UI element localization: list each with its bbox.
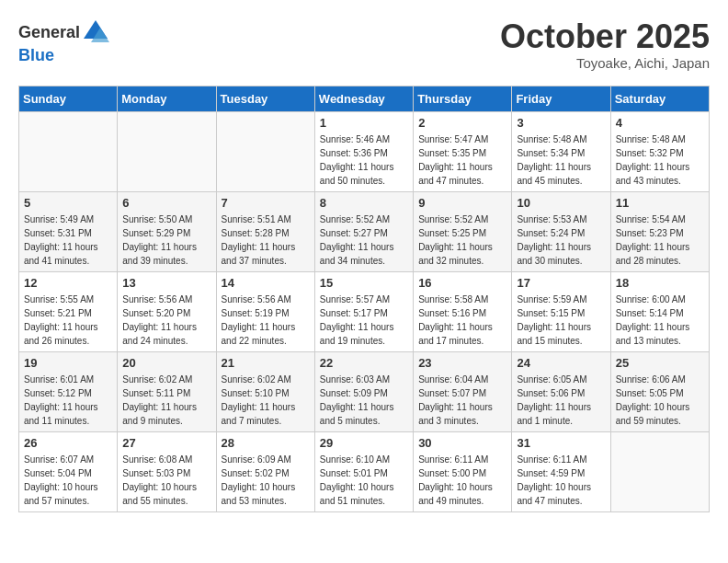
day-number: 9 [418, 196, 506, 210]
calendar-week-row: 5Sunrise: 5:49 AM Sunset: 5:31 PM Daylig… [19, 191, 710, 271]
calendar-cell: 18Sunrise: 6:00 AM Sunset: 5:14 PM Dayli… [610, 271, 709, 351]
day-info: Sunrise: 5:47 AM Sunset: 5:35 PM Dayligh… [418, 132, 506, 188]
logo-icon [82, 18, 109, 46]
day-number: 7 [222, 196, 310, 210]
day-info: Sunrise: 5:52 AM Sunset: 5:27 PM Dayligh… [320, 213, 408, 268]
calendar-cell: 19Sunrise: 6:01 AM Sunset: 5:12 PM Dayli… [19, 351, 118, 431]
calendar-cell: 20Sunrise: 6:02 AM Sunset: 5:11 PM Dayli… [118, 351, 216, 431]
day-info: Sunrise: 6:08 AM Sunset: 5:03 PM Dayligh… [122, 453, 210, 508]
day-info: Sunrise: 6:03 AM Sunset: 5:09 PM Dayligh… [320, 373, 408, 428]
calendar-cell: 22Sunrise: 6:03 AM Sunset: 5:09 PM Dayli… [314, 351, 413, 431]
calendar-cell: 17Sunrise: 5:59 AM Sunset: 5:15 PM Dayli… [512, 271, 610, 351]
calendar-cell: 14Sunrise: 5:56 AM Sunset: 5:19 PM Dayli… [216, 271, 314, 351]
calendar-cell: 5Sunrise: 5:49 AM Sunset: 5:31 PM Daylig… [19, 191, 118, 271]
day-info: Sunrise: 5:54 AM Sunset: 5:23 PM Dayligh… [616, 213, 704, 268]
calendar-cell: 3Sunrise: 5:48 AM Sunset: 5:34 PM Daylig… [512, 111, 610, 191]
calendar-cell [19, 111, 118, 191]
calendar-cell: 6Sunrise: 5:50 AM Sunset: 5:29 PM Daylig… [118, 191, 216, 271]
day-info: Sunrise: 6:05 AM Sunset: 5:06 PM Dayligh… [517, 373, 605, 428]
weekday-header-row: SundayMondayTuesdayWednesdayThursdayFrid… [19, 86, 710, 111]
calendar-cell [118, 111, 216, 191]
weekday-header-monday: Monday [118, 86, 216, 111]
day-info: Sunrise: 5:56 AM Sunset: 5:20 PM Dayligh… [122, 293, 210, 348]
day-info: Sunrise: 6:00 AM Sunset: 5:14 PM Dayligh… [616, 293, 704, 348]
calendar-cell: 9Sunrise: 5:52 AM Sunset: 5:25 PM Daylig… [414, 191, 512, 271]
calendar-cell: 8Sunrise: 5:52 AM Sunset: 5:27 PM Daylig… [314, 191, 413, 271]
title-section: October 2025 Toyoake, Aichi, Japan [500, 18, 710, 71]
day-number: 13 [122, 276, 210, 290]
day-number: 29 [320, 436, 408, 450]
calendar-cell: 15Sunrise: 5:57 AM Sunset: 5:17 PM Dayli… [314, 271, 413, 351]
day-info: Sunrise: 5:55 AM Sunset: 5:21 PM Dayligh… [24, 293, 112, 348]
day-number: 30 [418, 436, 506, 450]
day-number: 4 [616, 116, 704, 130]
day-number: 19 [24, 356, 112, 370]
day-number: 10 [517, 196, 605, 210]
calendar-cell [610, 431, 709, 511]
day-number: 5 [24, 196, 112, 210]
day-number: 1 [320, 116, 408, 130]
day-info: Sunrise: 5:53 AM Sunset: 5:24 PM Dayligh… [517, 213, 605, 268]
day-number: 20 [122, 356, 210, 370]
weekday-header-wednesday: Wednesday [314, 86, 413, 111]
calendar-cell: 27Sunrise: 6:08 AM Sunset: 5:03 PM Dayli… [118, 431, 216, 511]
day-info: Sunrise: 6:09 AM Sunset: 5:02 PM Dayligh… [222, 453, 310, 508]
day-number: 27 [122, 436, 210, 450]
calendar-table: SundayMondayTuesdayWednesdayThursdayFrid… [18, 86, 710, 512]
day-info: Sunrise: 6:07 AM Sunset: 5:04 PM Dayligh… [24, 453, 112, 508]
calendar-cell: 31Sunrise: 6:11 AM Sunset: 4:59 PM Dayli… [512, 431, 610, 511]
location-subtitle: Toyoake, Aichi, Japan [500, 55, 710, 71]
day-number: 3 [517, 116, 605, 130]
day-info: Sunrise: 6:11 AM Sunset: 4:59 PM Dayligh… [517, 453, 605, 508]
day-info: Sunrise: 6:01 AM Sunset: 5:12 PM Dayligh… [24, 373, 112, 428]
day-info: Sunrise: 5:49 AM Sunset: 5:31 PM Dayligh… [24, 213, 112, 268]
day-number: 17 [517, 276, 605, 290]
calendar-week-row: 19Sunrise: 6:01 AM Sunset: 5:12 PM Dayli… [19, 351, 710, 431]
day-number: 6 [122, 196, 210, 210]
day-number: 25 [616, 356, 704, 370]
month-title: October 2025 [500, 18, 710, 55]
day-info: Sunrise: 5:51 AM Sunset: 5:28 PM Dayligh… [222, 213, 310, 268]
day-info: Sunrise: 5:57 AM Sunset: 5:17 PM Dayligh… [320, 293, 408, 348]
day-number: 11 [616, 196, 704, 210]
calendar-cell: 24Sunrise: 6:05 AM Sunset: 5:06 PM Dayli… [512, 351, 610, 431]
calendar-cell [216, 111, 314, 191]
calendar-cell: 7Sunrise: 5:51 AM Sunset: 5:28 PM Daylig… [216, 191, 314, 271]
calendar-cell: 10Sunrise: 5:53 AM Sunset: 5:24 PM Dayli… [512, 191, 610, 271]
day-info: Sunrise: 5:56 AM Sunset: 5:19 PM Dayligh… [222, 293, 310, 348]
day-number: 31 [517, 436, 605, 450]
day-number: 8 [320, 196, 408, 210]
calendar-cell: 1Sunrise: 5:46 AM Sunset: 5:36 PM Daylig… [314, 111, 413, 191]
day-number: 15 [320, 276, 408, 290]
day-info: Sunrise: 6:02 AM Sunset: 5:11 PM Dayligh… [122, 373, 210, 428]
calendar-week-row: 26Sunrise: 6:07 AM Sunset: 5:04 PM Dayli… [19, 431, 710, 511]
calendar-cell: 13Sunrise: 5:56 AM Sunset: 5:20 PM Dayli… [118, 271, 216, 351]
calendar-cell: 26Sunrise: 6:07 AM Sunset: 5:04 PM Dayli… [19, 431, 118, 511]
day-info: Sunrise: 6:10 AM Sunset: 5:01 PM Dayligh… [320, 453, 408, 508]
day-number: 21 [222, 356, 310, 370]
weekday-header-saturday: Saturday [610, 86, 709, 111]
calendar-cell: 16Sunrise: 5:58 AM Sunset: 5:16 PM Dayli… [414, 271, 512, 351]
weekday-header-tuesday: Tuesday [216, 86, 314, 111]
day-number: 22 [320, 356, 408, 370]
calendar-cell: 30Sunrise: 6:11 AM Sunset: 5:00 PM Dayli… [414, 431, 512, 511]
day-number: 23 [418, 356, 506, 370]
day-info: Sunrise: 6:06 AM Sunset: 5:05 PM Dayligh… [616, 373, 704, 428]
calendar-cell: 12Sunrise: 5:55 AM Sunset: 5:21 PM Dayli… [19, 271, 118, 351]
day-info: Sunrise: 6:04 AM Sunset: 5:07 PM Dayligh… [418, 373, 506, 428]
day-info: Sunrise: 6:02 AM Sunset: 5:10 PM Dayligh… [222, 373, 310, 428]
day-info: Sunrise: 5:50 AM Sunset: 5:29 PM Dayligh… [122, 213, 210, 268]
weekday-header-sunday: Sunday [19, 86, 118, 111]
calendar-cell: 28Sunrise: 6:09 AM Sunset: 5:02 PM Dayli… [216, 431, 314, 511]
calendar-cell: 29Sunrise: 6:10 AM Sunset: 5:01 PM Dayli… [314, 431, 413, 511]
day-info: Sunrise: 5:58 AM Sunset: 5:16 PM Dayligh… [418, 293, 506, 348]
day-number: 2 [418, 116, 506, 130]
day-info: Sunrise: 6:11 AM Sunset: 5:00 PM Dayligh… [418, 453, 506, 508]
day-info: Sunrise: 5:52 AM Sunset: 5:25 PM Dayligh… [418, 213, 506, 268]
day-number: 16 [418, 276, 506, 290]
calendar-week-row: 1Sunrise: 5:46 AM Sunset: 5:36 PM Daylig… [19, 111, 710, 191]
day-info: Sunrise: 5:46 AM Sunset: 5:36 PM Dayligh… [320, 132, 408, 188]
logo: General Blue [18, 18, 109, 65]
calendar-cell: 25Sunrise: 6:06 AM Sunset: 5:05 PM Dayli… [610, 351, 709, 431]
logo-general-text: General [18, 23, 80, 42]
